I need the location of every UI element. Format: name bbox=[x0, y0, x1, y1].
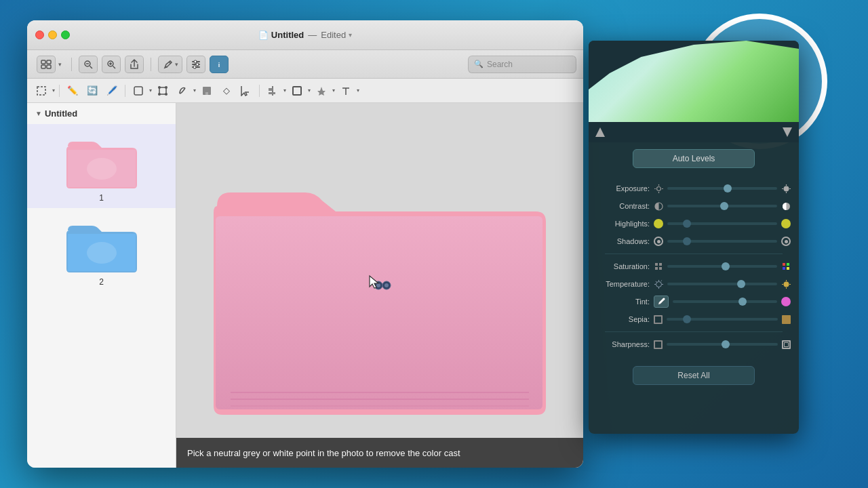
shadows-slider[interactable] bbox=[667, 240, 777, 243]
sharpness-thumb bbox=[722, 340, 730, 348]
svg-point-19 bbox=[194, 60, 197, 63]
smart-lasso-tool[interactable]: 🔄 bbox=[83, 83, 101, 99]
selection-tool-2[interactable] bbox=[237, 83, 255, 99]
annotate-button[interactable]: ▾ bbox=[158, 56, 182, 73]
select-rect-tool[interactable] bbox=[33, 83, 50, 99]
shape-tool[interactable] bbox=[130, 83, 147, 99]
sidebar-item-1[interactable]: 1 bbox=[27, 124, 176, 208]
sepia-slider[interactable] bbox=[667, 318, 778, 321]
svg-rect-5 bbox=[41, 65, 45, 68]
tint-eyedropper-button[interactable] bbox=[654, 296, 669, 308]
transform-tool[interactable] bbox=[154, 83, 172, 99]
title-bar: 📄 Untitled — Edited ▾ bbox=[27, 20, 583, 50]
temperature-icon-right bbox=[781, 279, 791, 289]
svg-rect-25 bbox=[134, 87, 142, 95]
main-canvas: Pick a neutral grey or white point in th… bbox=[176, 103, 583, 468]
window-title: Untitled bbox=[271, 30, 304, 40]
search-bar[interactable]: 🔍 Search bbox=[468, 56, 576, 73]
search-placeholder: Search bbox=[487, 60, 513, 69]
sharpness-slider[interactable] bbox=[667, 343, 778, 346]
saturation-icon-right bbox=[781, 262, 791, 271]
highlights-slider[interactable] bbox=[667, 222, 777, 225]
sidebar-item-label-1: 1 bbox=[99, 193, 104, 203]
shadows-icon-right bbox=[781, 237, 791, 246]
zoom-in-button[interactable] bbox=[102, 56, 121, 73]
highlights-icon-right bbox=[781, 219, 791, 228]
mac-window: 📄 Untitled — Edited ▾ ▾ bbox=[27, 20, 583, 468]
pen-tool[interactable]: 🖊️ bbox=[103, 83, 121, 99]
color-adjust-tool[interactable] bbox=[313, 83, 330, 99]
toolbar-sep-1 bbox=[71, 58, 72, 71]
tool-dropdown-chevron-6: ▾ bbox=[332, 87, 335, 94]
title-chevron-icon: ▾ bbox=[349, 31, 352, 39]
svg-rect-65 bbox=[783, 263, 785, 266]
svg-rect-4 bbox=[47, 60, 51, 64]
temperature-slider[interactable] bbox=[667, 283, 777, 285]
histogram-right-handle[interactable] bbox=[783, 127, 792, 137]
share-button[interactable] bbox=[125, 56, 144, 73]
exposure-slider[interactable] bbox=[667, 187, 777, 190]
auto-levels-label: Auto Levels bbox=[673, 154, 715, 163]
contrast-slider[interactable] bbox=[667, 205, 777, 207]
view-button[interactable] bbox=[37, 56, 56, 73]
sepia-thumb bbox=[683, 315, 691, 323]
tint-row: Tint: bbox=[597, 293, 791, 310]
svg-rect-3 bbox=[41, 60, 45, 64]
reset-all-button[interactable]: Reset All bbox=[633, 366, 755, 385]
maximize-button[interactable] bbox=[61, 30, 70, 39]
close-button[interactable] bbox=[35, 30, 44, 39]
zoom-out-button[interactable] bbox=[79, 56, 98, 73]
tint-label: Tint: bbox=[597, 298, 650, 306]
svg-rect-62 bbox=[659, 263, 662, 266]
align-tool[interactable] bbox=[264, 83, 281, 99]
tint-slider[interactable] bbox=[673, 300, 777, 303]
histogram-gradient-bg bbox=[589, 41, 799, 122]
sharpness-icon-right bbox=[782, 340, 791, 349]
saturation-slider[interactable] bbox=[667, 265, 777, 268]
sidebar-item-2[interactable]: 2 bbox=[27, 208, 176, 292]
minimize-button[interactable] bbox=[48, 30, 57, 39]
svg-point-69 bbox=[656, 281, 661, 287]
fill-tool[interactable] bbox=[198, 83, 216, 99]
sidebar-item-label-2: 2 bbox=[99, 277, 104, 287]
svg-line-13 bbox=[113, 66, 116, 68]
view-chevron-icon: ▾ bbox=[58, 61, 62, 68]
temperature-row: Temperature: bbox=[597, 276, 791, 292]
auto-levels-button[interactable]: Auto Levels bbox=[633, 149, 755, 168]
shadows-icon-left bbox=[654, 237, 663, 246]
svg-point-76 bbox=[783, 281, 789, 287]
histogram-left-handle[interactable] bbox=[595, 127, 605, 137]
saturation-label: Saturation: bbox=[597, 262, 650, 270]
info-button[interactable]: i bbox=[210, 56, 229, 73]
contrast-label: Contrast: bbox=[597, 202, 650, 210]
adjust-button[interactable] bbox=[186, 56, 205, 73]
title-bar-center: 📄 Untitled — Edited ▾ bbox=[258, 30, 352, 40]
tooltip-bar: Pick a neutral grey or white point in th… bbox=[176, 438, 583, 468]
sidebar-chevron-icon: ▼ bbox=[35, 110, 42, 117]
temperature-thumb bbox=[737, 280, 745, 288]
sharpness-label: Sharpness: bbox=[597, 340, 650, 348]
folder-blue-icon bbox=[64, 214, 139, 274]
tools-bar: ▾ ✏️ 🔄 🖊️ ▾ ▾ bbox=[27, 79, 583, 103]
exposure-thumb bbox=[724, 184, 732, 192]
border-tool[interactable] bbox=[288, 83, 306, 99]
sharpness-row: Sharpness: bbox=[597, 336, 791, 352]
sidebar-header: ▼ Untitled bbox=[27, 103, 176, 124]
folder-pink-icon bbox=[64, 129, 139, 190]
svg-text:i: i bbox=[218, 62, 220, 68]
markup-tool-group[interactable] bbox=[174, 83, 191, 99]
svg-point-20 bbox=[196, 63, 199, 66]
shadows-row: Shadows: bbox=[597, 233, 791, 249]
saturation-thumb bbox=[722, 262, 730, 270]
mouse-cursor bbox=[368, 274, 381, 293]
sepia-icon-left bbox=[654, 315, 663, 324]
svg-rect-68 bbox=[787, 267, 789, 270]
tools-sep-3 bbox=[259, 85, 260, 97]
lasso-tool[interactable]: ✏️ bbox=[64, 83, 81, 99]
svg-point-48 bbox=[384, 283, 389, 287]
traffic-lights bbox=[35, 30, 70, 39]
svg-rect-26 bbox=[159, 87, 166, 94]
eraser-tool[interactable]: ◇ bbox=[218, 83, 235, 99]
text-tool[interactable] bbox=[337, 83, 355, 99]
sepia-icon-right bbox=[782, 315, 791, 324]
